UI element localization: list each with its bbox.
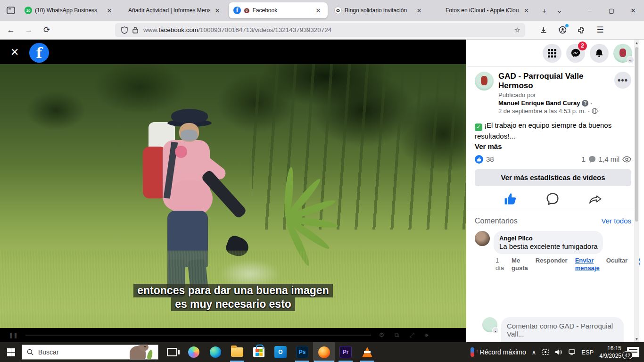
- shield-icon[interactable]: [121, 26, 128, 34]
- see-all-comments-link[interactable]: Ver todos: [602, 217, 631, 225]
- bookmark-star-icon[interactable]: ☆: [514, 26, 520, 34]
- premiere-button[interactable]: Pr: [335, 342, 356, 362]
- pip-icon[interactable]: ⧉: [395, 331, 399, 339]
- taskbar-search-input[interactable]: Buscar: [22, 345, 158, 360]
- screen-record-icon[interactable]: [542, 349, 549, 355]
- scroll-up-arrow[interactable]: ▲: [634, 40, 639, 46]
- post-sidebar: 2 ⌄ GAD - Parroquial Valle Hermoso Publi…: [467, 40, 639, 342]
- like-reaction-icon[interactable]: [475, 155, 483, 164]
- account-icon[interactable]: [555, 23, 570, 37]
- video-progress-bar[interactable]: [25, 335, 371, 336]
- comment-count[interactable]: 1: [581, 155, 585, 163]
- view-count[interactable]: 1,4 mil: [599, 155, 619, 163]
- url-text[interactable]: www.facebook.com/100093700164713/videos/…: [143, 26, 514, 33]
- tab-list-dropdown[interactable]: ⌄: [553, 4, 566, 17]
- fullscreen-icon[interactable]: ⤢: [409, 331, 414, 339]
- page-name[interactable]: GAD - Parroquial Valle Hermoso: [498, 72, 614, 90]
- like-button-icon[interactable]: [504, 193, 516, 205]
- video-player[interactable]: ✕ f: [0, 40, 466, 342]
- comment-button-icon[interactable]: [546, 193, 559, 205]
- tray-date: 4/9/2025: [599, 352, 621, 360]
- vlc-button[interactable]: [356, 342, 378, 362]
- windows-logo-icon: [7, 348, 15, 356]
- see-more-link[interactable]: Ver más: [475, 142, 631, 150]
- downloads-icon[interactable]: [537, 23, 551, 37]
- tab-icloud[interactable]: Fotos en iCloud - Apple iClou ✕: [430, 2, 536, 18]
- outlook-icon: O: [274, 346, 287, 358]
- url-prefix: www.: [143, 26, 158, 33]
- composer-avatar[interactable]: ⌄: [482, 317, 497, 332]
- file-explorer-button[interactable]: [226, 342, 248, 362]
- volume-icon[interactable]: 🕪: [425, 331, 429, 339]
- hamburger-menu-icon[interactable]: ☰: [593, 23, 607, 37]
- apple-favicon: [435, 7, 443, 14]
- profile-avatar[interactable]: ⌄: [613, 44, 632, 63]
- extensions-puzzle-icon[interactable]: [574, 23, 588, 37]
- comment-reply-link[interactable]: Responder: [536, 257, 568, 264]
- edge-button[interactable]: [205, 342, 226, 362]
- account-chevron-icon[interactable]: ⌄: [627, 56, 634, 64]
- copilot-button[interactable]: [183, 342, 205, 362]
- notifications-bell-icon[interactable]: [590, 44, 609, 63]
- clock[interactable]: 16:15 4/9/2025: [599, 345, 621, 360]
- photoshop-button[interactable]: Ps: [291, 342, 313, 362]
- video-stats-button[interactable]: Ver más estadísticas de videos: [475, 169, 631, 186]
- tab-whatsapp[interactable]: 10 (10) WhatsApp Business ✕: [20, 2, 119, 18]
- url-bar[interactable]: www.facebook.com/100093700164713/videos/…: [115, 23, 525, 37]
- back-button[interactable]: ←: [4, 23, 18, 37]
- commenter-name[interactable]: Angel Pilco: [499, 235, 597, 242]
- messenger-icon[interactable]: 2: [566, 44, 585, 63]
- pause-icon[interactable]: ❚❚: [8, 332, 18, 338]
- video-close-icon[interactable]: ✕: [10, 46, 19, 58]
- maximize-button[interactable]: ▢: [601, 0, 622, 21]
- comment-like-link[interactable]: Me gusta: [512, 257, 528, 272]
- firefox-button[interactable]: [313, 342, 335, 362]
- share-button-icon[interactable]: [589, 193, 602, 205]
- tab-muted-speaker-icon[interactable]: 🔇: [244, 8, 249, 13]
- page-scrollbar[interactable]: ▲ ▼: [634, 40, 639, 342]
- video-controls-bar[interactable]: ❚❚ ⚙ ⧉ ⤢ 🕪: [0, 328, 466, 342]
- forward-button[interactable]: →: [22, 23, 36, 37]
- network-icon[interactable]: [568, 349, 576, 355]
- lock-icon[interactable]: [132, 26, 138, 33]
- scrollbar-thumb[interactable]: [635, 47, 638, 222]
- minimize-button[interactable]: –: [579, 0, 601, 21]
- scroll-down-arrow[interactable]: ▼: [634, 336, 639, 342]
- weather-thermometer-icon[interactable]: [471, 347, 474, 357]
- weather-label[interactable]: Récord máximo: [480, 348, 526, 356]
- video-frame[interactable]: entonces para dar una buena imagen es mu…: [0, 64, 466, 331]
- facebook-logo[interactable]: f: [29, 43, 49, 63]
- comment-hide-link[interactable]: Ocultar: [606, 257, 628, 264]
- language-indicator[interactable]: ESP: [581, 349, 594, 356]
- tab-facebook-active[interactable]: f 🔇 Facebook ✕: [229, 2, 328, 18]
- tab-close-icon[interactable]: ✕: [213, 6, 222, 15]
- action-center-icon[interactable]: 42: [627, 347, 639, 357]
- close-window-button[interactable]: ✕: [622, 0, 644, 21]
- post-date[interactable]: 2 de septiembre a las 4:53 p. m.: [498, 107, 586, 115]
- task-view-button[interactable]: [161, 342, 183, 362]
- tray-expand-caret-icon[interactable]: ∧: [532, 349, 537, 356]
- tab-close-icon[interactable]: ✕: [105, 6, 114, 15]
- outlook-button[interactable]: O: [270, 342, 291, 362]
- volume-speaker-icon[interactable]: [555, 349, 562, 355]
- new-tab-button[interactable]: +: [537, 4, 551, 17]
- reload-button[interactable]: ⟳: [40, 23, 54, 37]
- tab-close-icon[interactable]: ✕: [314, 6, 323, 15]
- comment-send-message-link[interactable]: Enviar mensaje: [575, 257, 599, 272]
- apps-grid-icon[interactable]: [543, 44, 561, 63]
- composer-identity-chevron-icon[interactable]: ⌄: [492, 327, 499, 334]
- tab-close-icon[interactable]: ✕: [414, 6, 424, 15]
- tab-bingo[interactable]: ✿ Bingo solidario invitación ✕: [330, 2, 429, 18]
- post-options-icon[interactable]: •••: [614, 72, 631, 89]
- tab-informes[interactable]: Añadir Actividad | Informes Mens ✕: [121, 2, 227, 18]
- author-name[interactable]: Manuel Enrique Band Curay: [498, 99, 580, 107]
- like-count[interactable]: 38: [486, 155, 494, 163]
- firefox-view-icon[interactable]: [4, 3, 18, 17]
- comment-time: 1 día: [495, 257, 504, 272]
- page-avatar[interactable]: [475, 72, 494, 90]
- tab-close-icon[interactable]: ✕: [521, 6, 531, 15]
- microsoft-store-button[interactable]: [248, 342, 270, 362]
- settings-gear-icon[interactable]: ⚙: [379, 331, 384, 339]
- start-button[interactable]: [0, 342, 22, 362]
- commenter-avatar[interactable]: [475, 231, 490, 246]
